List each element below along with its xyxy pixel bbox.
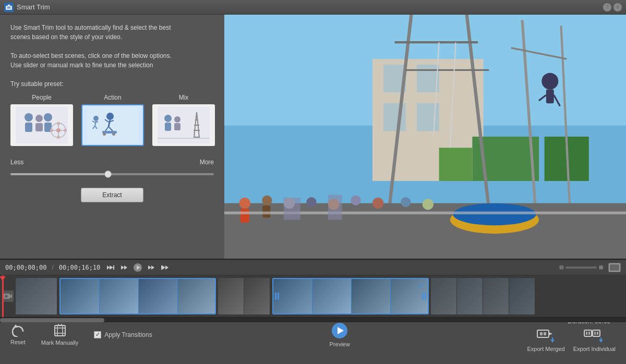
slider-fill [10,173,112,175]
unselected-clip[interactable] [218,278,270,314]
preview-label: Preview [330,341,350,347]
action-icon [87,107,139,143]
svg-rect-88 [113,265,114,270]
svg-point-9 [44,113,52,122]
preview-icon [331,322,348,339]
svg-point-101 [5,295,8,298]
svg-rect-66 [546,90,554,104]
preset-action[interactable]: Action [81,94,144,146]
svg-rect-39 [174,123,180,130]
preset-options: People [10,94,214,146]
svg-rect-115 [544,332,546,335]
fullscreen-button[interactable] [608,263,621,272]
clip-end-marker [422,293,426,300]
svg-point-7 [35,115,43,122]
export-individual-button[interactable]: Export Individual [573,328,616,352]
timeline-position-marker [2,275,4,317]
svg-point-70 [239,198,250,209]
zoom-in-button[interactable]: ⊞ [599,264,603,270]
svg-marker-93 [148,265,151,270]
window-controls: ? ✕ [603,3,622,11]
preset-action-thumb[interactable] [81,104,144,146]
preset-mix-thumb[interactable] [152,104,215,146]
svg-rect-98 [609,264,620,271]
extract-button[interactable]: Extract [81,188,143,202]
play-button[interactable] [133,262,143,273]
zoom-out-button[interactable]: ⊟ [559,264,563,270]
svg-point-16 [57,136,60,139]
svg-rect-2 [7,7,10,7]
help-button[interactable]: ? [603,3,611,11]
svg-rect-103 [55,325,65,336]
reset-icon [10,324,25,337]
svg-rect-119 [586,332,587,335]
add-media-button[interactable] [2,290,14,302]
playback-controls [105,262,170,273]
trim-slider-section: Less More [10,159,214,179]
svg-point-15 [57,122,60,125]
trim-slider[interactable] [10,169,214,179]
svg-marker-96 [162,265,165,270]
svg-rect-50 [417,65,439,92]
svg-rect-122 [594,332,596,335]
close-button[interactable]: ✕ [613,3,622,11]
apply-transitions-checkbox[interactable] [94,331,101,338]
svg-rect-112 [537,330,549,337]
timeline-scrollbar[interactable] [0,317,626,322]
preset-mix-label: Mix [179,94,189,101]
svg-marker-1 [7,4,10,6]
export-individual-label: Export Individual [573,346,616,352]
svg-marker-125 [599,339,603,343]
mark-manually-icon [53,324,67,337]
svg-rect-84 [284,198,300,220]
svg-marker-90 [124,265,127,270]
preset-mix[interactable]: Mix [152,94,215,146]
step-back-button[interactable] [119,262,129,273]
main-area: Use Smart Trim tool to automatically fin… [0,15,626,259]
left-panel: Use Smart Trim tool to automatically fin… [0,15,224,259]
export-merged-icon [537,328,556,344]
export-merged-label: Export Merged [527,346,565,352]
step-forward-button[interactable] [146,262,156,273]
app-title: Smart Trim [17,3,603,11]
mark-manually-button[interactable]: Mark Manually [41,324,79,346]
svg-rect-8 [35,123,43,131]
svg-point-14 [56,128,61,132]
svg-rect-114 [540,332,543,335]
clip-checkmark: ✓ [418,281,425,290]
mark-manually-label: Mark Manually [41,339,79,346]
svg-marker-87 [110,265,113,270]
svg-point-27 [103,132,106,136]
slider-track [10,173,214,175]
clip-faded-right[interactable] [431,278,535,314]
svg-point-5 [25,113,33,122]
preset-people[interactable]: People [10,94,73,146]
skip-to-start-button[interactable] [105,262,116,273]
svg-point-65 [541,73,558,90]
svg-point-75 [306,197,316,207]
reset-button[interactable]: Reset [10,324,26,345]
skip-to-end-button[interactable] [160,262,170,273]
clip-faded-left[interactable] [16,278,57,314]
preset-people-thumb[interactable] [10,104,73,146]
svg-marker-86 [107,265,110,270]
selected-clip-1[interactable] [59,278,216,314]
scroll-thumb[interactable] [0,318,104,322]
svg-rect-118 [584,330,592,336]
current-time: 00;00;00;00 [5,264,46,271]
preset-label: Try suitable preset: [10,80,214,88]
svg-rect-71 [240,209,249,223]
clip-frame [16,278,57,314]
svg-point-77 [351,196,360,205]
svg-marker-117 [550,339,555,343]
slider-thumb[interactable] [104,171,112,178]
selected-clip-2[interactable]: ✓ [272,278,429,314]
zoom-slider[interactable] [565,266,597,269]
reset-label: Reset [10,339,26,345]
svg-point-20 [106,113,114,120]
preview-button[interactable]: Preview [330,322,350,347]
title-bar: Smart Trim ? ✕ [0,0,626,15]
export-merged-button[interactable]: Export Merged [527,328,565,352]
apply-transitions-option[interactable]: Apply Transitions [94,331,152,338]
preset-action-label: Action [104,94,121,101]
